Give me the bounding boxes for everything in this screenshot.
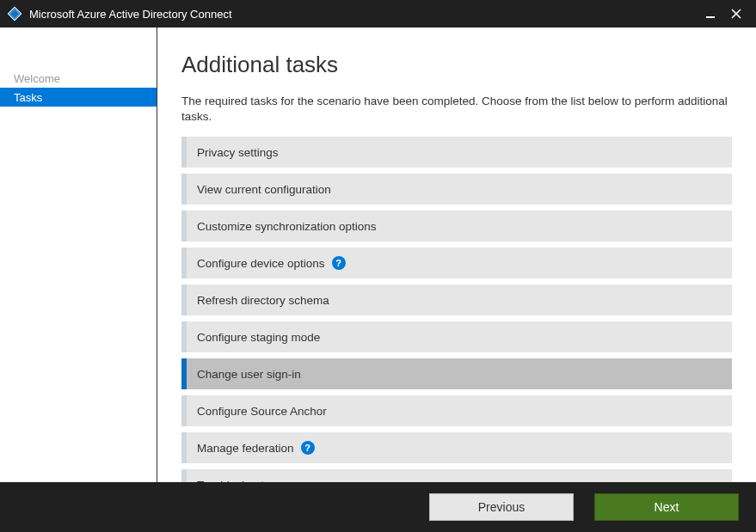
task-accent-bar: [181, 395, 187, 426]
previous-button-label: Previous: [478, 500, 525, 514]
help-icon[interactable]: ?: [332, 256, 346, 270]
task-label: View current configuration: [197, 183, 331, 196]
task-label: Change user sign-in: [197, 368, 301, 381]
main-area: Welcome Tasks Additional tasks The requi…: [0, 28, 756, 482]
page-title: Additional tasks: [181, 52, 732, 78]
task-label: Troubleshoot: [197, 479, 264, 482]
page-description: The required tasks for the scenario have…: [181, 94, 732, 125]
sidebar-item-label: Tasks: [14, 91, 42, 104]
sidebar: Welcome Tasks: [0, 28, 157, 482]
task-accent-bar: [181, 469, 187, 482]
task-item[interactable]: Troubleshoot: [181, 469, 732, 482]
task-item[interactable]: Configure staging mode: [181, 321, 732, 352]
task-list: Privacy settingsView current configurati…: [181, 137, 732, 482]
titlebar: Microsoft Azure Active Directory Connect: [0, 0, 756, 28]
task-label: Manage federation: [197, 442, 294, 455]
sidebar-item-label: Welcome: [14, 72, 60, 85]
task-accent-bar: [181, 248, 187, 278]
task-item[interactable]: Configure Source Anchor: [181, 395, 732, 426]
task-accent-bar: [181, 174, 187, 205]
task-item[interactable]: Privacy settings: [181, 137, 732, 168]
task-item[interactable]: Customize synchronization options: [181, 211, 732, 242]
sidebar-item-welcome[interactable]: Welcome: [0, 69, 157, 88]
app-logo-icon: [7, 6, 22, 21]
task-item[interactable]: Manage federation?: [181, 432, 732, 463]
sidebar-item-tasks[interactable]: Tasks: [0, 88, 157, 107]
task-item[interactable]: Configure device options?: [181, 248, 732, 278]
previous-button[interactable]: Previous: [429, 493, 574, 521]
task-accent-bar: [181, 321, 187, 352]
help-icon[interactable]: ?: [301, 441, 315, 455]
minimize-button[interactable]: [698, 0, 723, 28]
task-accent-bar: [181, 284, 187, 315]
task-label: Privacy settings: [197, 146, 279, 159]
task-item[interactable]: View current configuration: [181, 174, 732, 205]
task-accent-bar: [181, 211, 187, 242]
task-label: Refresh directory schema: [197, 294, 329, 307]
task-label: Configure device options: [197, 257, 325, 270]
window-title: Microsoft Azure Active Directory Connect: [29, 8, 698, 21]
close-button[interactable]: [723, 0, 749, 28]
svg-rect-3: [706, 16, 715, 18]
task-label: Configure staging mode: [197, 331, 320, 344]
task-accent-bar: [181, 358, 187, 389]
task-accent-bar: [181, 432, 187, 463]
task-label: Configure Source Anchor: [197, 405, 327, 418]
task-label: Customize synchronization options: [197, 220, 377, 233]
next-button-label: Next: [655, 500, 679, 514]
footer-bar: Previous Next: [0, 482, 756, 532]
next-button[interactable]: Next: [594, 493, 739, 521]
task-item[interactable]: Change user sign-in: [181, 358, 732, 389]
task-accent-bar: [181, 137, 187, 168]
content-area: Additional tasks The required tasks for …: [157, 28, 756, 482]
task-item[interactable]: Refresh directory schema: [181, 284, 732, 315]
